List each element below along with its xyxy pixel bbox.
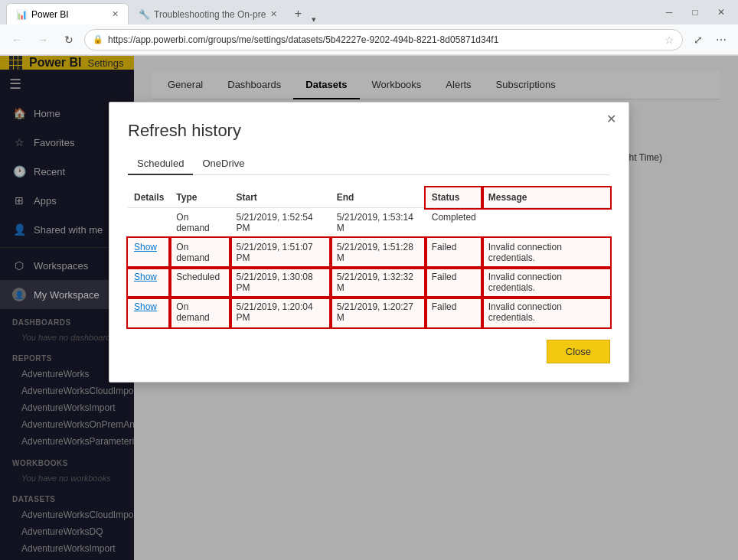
table-row: Show On demand 5/21/2019, 1:51:07 PM 5/2… [128,238,610,268]
row3-end: 5/21/2019, 1:32:32 M [331,268,426,298]
table-row: Show On demand 5/21/2019, 1:20:04 PM 5/2… [128,298,610,327]
row4-type: On demand [170,298,230,327]
row2-type: On demand [170,238,230,268]
tab-close-1[interactable]: ✕ [112,9,119,19]
address-text: https://app.powerbi.com/groups/me/settin… [108,34,660,45]
lock-icon: 🔒 [93,34,103,44]
row1-type: On demand [170,208,230,238]
close-window-button[interactable]: ✕ [710,2,732,23]
new-tab-button[interactable]: + [287,3,309,24]
back-button[interactable]: ← [6,29,28,50]
col-start: Start [230,187,331,208]
browser-chrome: 📊 Power BI ✕ 🔧 Troubleshooting the On-pr… [0,0,738,56]
history-table: Details Type Start End Status Message [128,187,610,327]
col-type: Type [170,187,230,208]
row1-start: 5/21/2019, 1:52:54 PM [230,208,331,238]
address-bar[interactable]: 🔒 https://app.powerbi.com/groups/me/sett… [84,29,683,50]
browser-tab-active[interactable]: 📊 Power BI ✕ [6,3,129,24]
maximize-button[interactable]: □ [684,2,706,23]
col-message: Message [482,187,610,208]
row3-details[interactable]: Show [128,268,170,298]
bookmark-icon: ☆ [665,34,674,46]
browser-tab-2[interactable]: 🔧 Troubleshooting the On-pre ✕ [129,3,287,24]
tab2-favicon: 🔧 [139,9,149,20]
row1-status: Completed [426,208,482,238]
browser-nav: ← → ↻ 🔒 https://app.powerbi.com/groups/m… [0,24,738,55]
browser-tabs: 📊 Power BI ✕ 🔧 Troubleshooting the On-pr… [6,0,319,24]
modal-title: Refresh history [128,121,610,141]
row3-type: Scheduled [170,268,230,298]
browser-nav-icons: ⤢ ⋯ [687,29,732,50]
forward-button[interactable]: → [32,29,54,50]
app-container: Power BI Settings ☰ 🏠 Home ☆ Favorites ›… [0,56,738,560]
row4-start: 5/21/2019, 1:20:04 PM [230,298,331,327]
col-status: Status [426,187,482,208]
powerbi-favicon: 📊 [16,9,27,20]
modal-footer: Close [128,340,610,363]
row3-start: 5/21/2019, 1:30:08 PM [230,268,331,298]
table-row: On demand 5/21/2019, 1:52:54 PM 5/21/201… [128,208,610,238]
row4-details[interactable]: Show [128,298,170,327]
modal-tab-scheduled[interactable]: Scheduled [128,153,193,175]
extensions-button[interactable]: ⤢ [687,29,709,50]
table-row: Show Scheduled 5/21/2019, 1:30:08 PM 5/2… [128,268,610,298]
tab-title-2: Troubleshooting the On-pre [154,9,266,20]
row2-start: 5/21/2019, 1:51:07 PM [230,238,331,268]
row4-status: Failed [426,298,482,327]
modal-tabs: Scheduled OneDrive [128,153,610,175]
tab-title-1: Power BI [31,9,69,20]
row2-status: Failed [426,238,482,268]
row1-message [482,208,610,238]
modal-tab-onedrive[interactable]: OneDrive [193,153,253,175]
row2-end: 5/21/2019, 1:51:28 M [331,238,426,268]
row4-message: Invalid connection credentials. [482,298,610,327]
row3-status: Failed [426,268,482,298]
browser-titlebar: 📊 Power BI ✕ 🔧 Troubleshooting the On-pr… [0,0,738,24]
modal-close-button[interactable]: ✕ [606,112,616,126]
profile-button[interactable]: ⋯ [710,29,732,50]
row3-message: Invalid connection credentials. [482,268,610,298]
modal-overlay: ✕ Refresh history Scheduled OneDrive Det… [0,56,738,560]
col-end: End [331,187,426,208]
row2-details[interactable]: Show [128,238,170,268]
minimize-button[interactable]: ─ [658,2,680,23]
row4-end: 5/21/2019, 1:20:27 M [331,298,426,327]
refresh-button[interactable]: ↻ [58,29,80,50]
refresh-history-modal: ✕ Refresh history Scheduled OneDrive Det… [109,102,629,383]
close-modal-button[interactable]: Close [547,340,610,363]
row2-message: Invalid connection credentials. [482,238,610,268]
row1-end: 5/21/2019, 1:53:14 M [331,208,426,238]
tab-dropdown-button[interactable]: ▾ [309,15,319,24]
row1-details [128,208,170,238]
tab-close-2[interactable]: ✕ [270,9,277,19]
col-details: Details [128,187,170,208]
